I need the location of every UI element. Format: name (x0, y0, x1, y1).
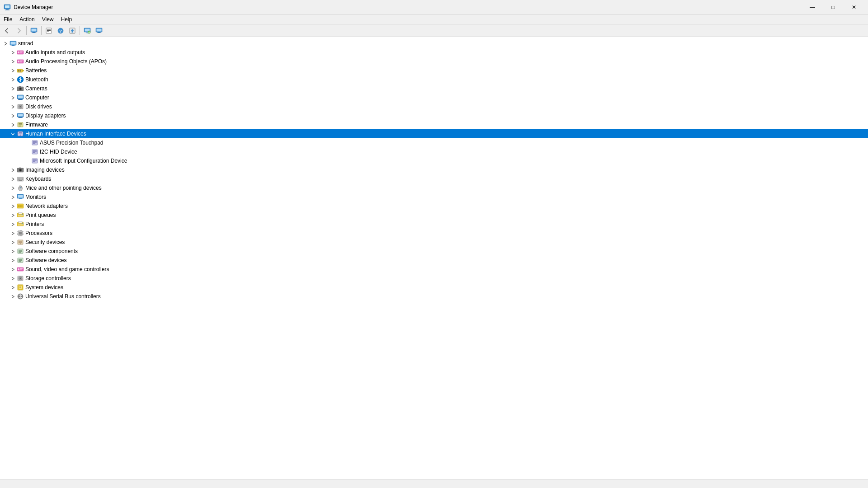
view-button[interactable] (94, 25, 104, 36)
menu-file[interactable]: File (0, 15, 16, 23)
scan-button[interactable]: + (82, 25, 93, 36)
display-adapters-expand[interactable] (9, 112, 16, 119)
computer-button[interactable] (28, 25, 39, 36)
tree-ms-input[interactable]: Microsoft Input Configuration Device (0, 156, 868, 165)
tree-security[interactable]: Security devices (0, 238, 868, 247)
storage-expand[interactable] (9, 275, 16, 282)
software-devices-icon (16, 256, 24, 264)
device-tree[interactable]: smrad Audio inputs and outputs (0, 37, 868, 479)
tree-asus-touchpad[interactable]: ASUS Precision Touchpad (0, 138, 868, 147)
tree-print-queues[interactable]: Print queues (0, 211, 868, 220)
tree-network[interactable]: Network adapters (0, 202, 868, 211)
print-queues-label: Print queues (25, 212, 56, 218)
root-icon (9, 39, 17, 47)
firmware-icon (16, 121, 24, 129)
bluetooth-expand[interactable] (9, 76, 16, 83)
properties-button[interactable] (43, 25, 54, 36)
svg-rect-87 (19, 179, 20, 180)
tree-software-devices[interactable]: Software devices (0, 256, 868, 265)
batteries-icon (16, 66, 24, 75)
security-expand[interactable] (9, 239, 16, 246)
tree-printers[interactable]: Printers (0, 220, 868, 229)
svg-point-29 (18, 52, 19, 53)
computer-expand[interactable] (9, 94, 16, 101)
svg-rect-109 (19, 221, 22, 223)
tree-root[interactable]: smrad (0, 39, 868, 48)
tree-display-adapters[interactable]: Display adapters (0, 111, 868, 120)
menu-help[interactable]: Help (57, 15, 76, 23)
system-icon (16, 283, 24, 291)
svg-rect-75 (33, 160, 37, 161)
maximize-button[interactable]: □ (823, 0, 844, 14)
audio-inputs-label: Audio inputs and outputs (25, 49, 85, 56)
help-button[interactable]: ? (55, 25, 66, 36)
monitors-label: Monitors (25, 194, 46, 200)
svg-rect-26 (12, 45, 14, 46)
tree-imaging[interactable]: Imaging devices (0, 165, 868, 174)
sound-expand[interactable] (9, 266, 16, 273)
network-expand[interactable] (9, 202, 16, 210)
minimize-button[interactable]: — (802, 0, 823, 14)
cameras-expand[interactable] (9, 85, 16, 92)
svg-rect-48 (18, 99, 23, 100)
tree-mice[interactable]: Mice and other pointing devices (0, 183, 868, 192)
usb-expand[interactable] (9, 293, 16, 300)
toolbar-separator-1 (26, 26, 27, 35)
svg-rect-21 (97, 28, 102, 31)
tree-batteries[interactable]: Batteries (0, 66, 868, 75)
tree-sound[interactable]: Sound, video and game controllers (0, 265, 868, 274)
tree-i2c-hid[interactable]: I2C HID Device (0, 147, 868, 156)
processors-expand[interactable] (9, 230, 16, 237)
menu-view[interactable]: View (38, 15, 57, 23)
printers-expand[interactable] (9, 221, 16, 228)
hid-expand[interactable] (9, 130, 16, 137)
svg-rect-97 (19, 198, 22, 199)
audio-inputs-expand[interactable] (9, 49, 16, 56)
printers-label: Printers (25, 221, 44, 227)
keyboards-expand[interactable] (9, 175, 16, 183)
tree-storage[interactable]: Storage controllers (0, 274, 868, 283)
tree-hid[interactable]: Human Interface Devices (0, 129, 868, 138)
tree-monitors[interactable]: Monitors (0, 192, 868, 202)
software-components-icon (16, 247, 24, 255)
close-button[interactable]: ✕ (844, 0, 864, 14)
tree-bluetooth[interactable]: Bluetooth (0, 75, 868, 84)
tree-system[interactable]: System devices (0, 283, 868, 292)
software-components-expand[interactable] (9, 248, 16, 255)
tree-usb[interactable]: Universal Serial Bus controllers (0, 292, 868, 301)
forward-button[interactable] (14, 25, 24, 36)
software-devices-expand[interactable] (9, 257, 16, 264)
svg-rect-85 (22, 178, 23, 179)
tree-cameras[interactable]: Cameras (0, 84, 868, 93)
root-expand[interactable] (2, 40, 9, 47)
network-label: Network adapters (25, 203, 68, 209)
mice-expand[interactable] (9, 184, 16, 192)
tree-audio-inputs[interactable]: Audio inputs and outputs (0, 48, 868, 57)
firmware-expand[interactable] (9, 121, 16, 128)
print-queues-expand[interactable] (9, 211, 16, 219)
tree-computer[interactable]: Computer (0, 93, 868, 102)
back-button[interactable] (2, 25, 13, 36)
tree-keyboards[interactable]: Keyboards (0, 174, 868, 183)
tree-software-components[interactable]: Software components (0, 247, 868, 256)
toolbar-separator-3 (80, 26, 80, 35)
tree-disk-drives[interactable]: Disk drives (0, 102, 868, 111)
batteries-expand[interactable] (9, 67, 16, 74)
imaging-expand[interactable] (9, 166, 16, 174)
svg-rect-96 (18, 195, 23, 198)
svg-point-144 (20, 278, 21, 279)
menu-action[interactable]: Action (16, 15, 38, 23)
disk-drives-icon (16, 103, 24, 111)
monitors-expand[interactable] (9, 193, 16, 201)
system-expand[interactable] (9, 284, 16, 291)
audio-processing-expand[interactable] (9, 58, 16, 65)
security-label: Security devices (25, 239, 65, 245)
tree-firmware[interactable]: Firmware (0, 120, 868, 129)
i2c-label: I2C HID Device (40, 149, 77, 155)
update-driver-button[interactable] (67, 25, 78, 36)
disk-drives-expand[interactable] (9, 103, 16, 110)
tree-audio-processing[interactable]: Audio Processing Objects (APOs) (0, 57, 868, 66)
main-content: smrad Audio inputs and outputs (0, 37, 868, 479)
tree-processors[interactable]: Processors (0, 229, 868, 238)
svg-rect-90 (19, 180, 22, 181)
